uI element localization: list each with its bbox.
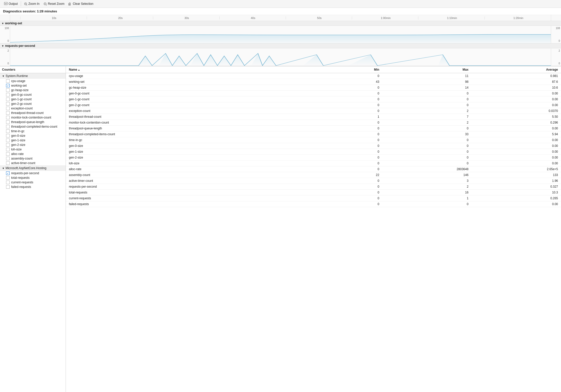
table-row[interactable]: gen-2-size 0 0 0.00 xyxy=(66,155,561,161)
table-row[interactable]: current-requests 0 1 0.265 xyxy=(66,195,561,201)
cell-max-20: 16 xyxy=(382,190,471,195)
col-name[interactable]: Name xyxy=(66,66,326,73)
output-label: Output xyxy=(9,2,18,6)
cell-name-19: requests-per-second xyxy=(66,184,326,190)
table-row[interactable]: gen-0-size 0 0 0.00 xyxy=(66,143,561,149)
table-row[interactable]: total-requests 0 16 10.3 xyxy=(66,190,561,195)
table-row[interactable]: gen-1-size 0 0 0.00 xyxy=(66,149,561,155)
table-row[interactable]: loh-size 0 0 0.00 xyxy=(66,161,561,166)
counter-checkbox-1-2[interactable] xyxy=(6,181,10,184)
counter-checkbox-0-3[interactable] xyxy=(6,93,10,96)
counter-checkbox-0-10[interactable] xyxy=(6,125,10,128)
cell-name-22: failed-requests xyxy=(66,201,326,207)
counter-item-0-3[interactable]: gen-0-gc-count xyxy=(0,92,66,97)
counter-item-0-17[interactable]: assembly-count xyxy=(0,156,66,161)
reset-zoom-button[interactable]: Reset Zoom xyxy=(42,1,66,7)
counter-label-1-3: failed-requests xyxy=(11,185,31,189)
counter-checkbox-0-0[interactable] xyxy=(6,79,10,83)
counter-item-1-2[interactable]: current-requests xyxy=(0,180,66,185)
counter-item-1-3[interactable]: failed-requests xyxy=(0,185,66,189)
counter-checkbox-1-0[interactable]: ✓ xyxy=(6,171,10,175)
counter-item-0-8[interactable]: monitor-lock-contention-count xyxy=(0,115,66,120)
counter-item-1-0[interactable]: ✓requests-per-second xyxy=(0,171,66,175)
col-min[interactable]: Min xyxy=(326,66,382,73)
group-header-1[interactable]: ▼Microsoft.AspNetCore.Hosting xyxy=(0,165,66,171)
counter-checkbox-0-2[interactable] xyxy=(6,88,10,92)
counter-item-0-10[interactable]: threadpool-completed-items-count xyxy=(0,124,66,129)
counter-checkbox-0-6[interactable] xyxy=(6,107,10,110)
counter-item-0-1[interactable]: ✓working-set xyxy=(0,83,66,88)
counter-checkbox-0-18[interactable] xyxy=(6,161,10,165)
counter-item-0-12[interactable]: gen-0-size xyxy=(0,133,66,138)
table-row[interactable]: exception-count 0 2 0.0370 xyxy=(66,108,561,114)
table-row[interactable]: assembly-count 22 146 133 xyxy=(66,172,561,178)
counter-checkbox-0-4[interactable] xyxy=(6,97,10,101)
table-row[interactable]: time-in-gc 0 0 0.00 xyxy=(66,137,561,143)
counter-item-1-1[interactable]: total-requests xyxy=(0,175,66,180)
data-table-wrap[interactable]: Name Min Max Average cpu-usage 0 11 0.98… xyxy=(66,66,561,392)
table-row[interactable]: gen-0-gc-count 0 0 0.00 xyxy=(66,91,561,96)
counter-item-0-15[interactable]: loh-size xyxy=(0,147,66,152)
counter-item-0-16[interactable]: alloc-rate xyxy=(0,152,66,156)
zoom-in-button[interactable]: Zoom In xyxy=(22,1,42,7)
counter-item-0-4[interactable]: gen-1-gc-count xyxy=(0,97,66,102)
table-row[interactable]: active-timer-count 0 3 1.96 xyxy=(66,178,561,184)
counter-label-0-4: gen-1-gc-count xyxy=(11,97,32,101)
table-row[interactable]: threadpool-completed-items-count 0 33 5.… xyxy=(66,131,561,137)
counter-checkbox-1-3[interactable] xyxy=(6,185,10,189)
counter-item-0-7[interactable]: threadpool-thread-count xyxy=(0,111,66,115)
counter-checkbox-0-16[interactable] xyxy=(6,152,10,156)
counter-item-0-14[interactable]: gen-2-size xyxy=(0,143,66,147)
col-avg[interactable]: Average xyxy=(472,66,561,73)
cell-max-16: 2803648 xyxy=(382,166,471,172)
counter-checkbox-0-17[interactable] xyxy=(6,157,10,160)
counter-checkbox-0-8[interactable] xyxy=(6,116,10,119)
counter-checkbox-0-14[interactable] xyxy=(6,143,10,147)
cell-avg-18: 1.96 xyxy=(472,178,561,184)
cell-name-1: working-set xyxy=(66,79,326,85)
clear-selection-button[interactable]: Clear Selection xyxy=(66,1,95,7)
counter-item-0-11[interactable]: time-in-gc xyxy=(0,129,66,133)
col-max[interactable]: Max xyxy=(382,66,471,73)
counter-checkbox-0-12[interactable] xyxy=(6,134,10,138)
cell-min-1: 43 xyxy=(326,79,382,85)
group-header-0[interactable]: ▼System.Runtime xyxy=(0,73,66,79)
counter-checkbox-0-11[interactable] xyxy=(6,129,10,133)
group-triangle-0: ▼ xyxy=(2,75,5,77)
working-set-chart: 108 0 108 0 xyxy=(0,26,561,44)
counter-checkbox-0-9[interactable] xyxy=(6,120,10,124)
counter-item-0-6[interactable]: exception-count xyxy=(0,106,66,111)
working-set-chart-body xyxy=(10,26,551,43)
counter-checkbox-0-5[interactable] xyxy=(6,102,10,106)
table-row[interactable]: requests-per-second 0 2 0.327 xyxy=(66,184,561,190)
counter-checkbox-0-1[interactable]: ✓ xyxy=(6,84,10,87)
table-row[interactable]: gen-1-gc-count 0 0 0.00 xyxy=(66,96,561,102)
counter-item-0-2[interactable]: gc-heap-size xyxy=(0,88,66,92)
table-row[interactable]: alloc-rate 0 2803648 2.65e+5 xyxy=(66,166,561,172)
cell-max-6: 2 xyxy=(382,108,471,114)
counter-item-0-13[interactable]: gen-1-size xyxy=(0,138,66,143)
output-button[interactable]: Output xyxy=(2,1,20,7)
table-row[interactable]: gen-2-gc-count 0 0 0.00 xyxy=(66,102,561,108)
cell-name-7: threadpool-thread-count xyxy=(66,114,326,120)
counter-checkbox-1-1[interactable] xyxy=(6,176,10,180)
reset-zoom-label: Reset Zoom xyxy=(48,2,64,6)
table-row[interactable]: threadpool-queue-length 0 0 0.00 xyxy=(66,126,561,131)
table-row[interactable]: threadpool-thread-count 1 7 5.50 xyxy=(66,114,561,120)
counter-checkbox-0-13[interactable] xyxy=(6,139,10,142)
counter-item-0-5[interactable]: gen-2-gc-count xyxy=(0,102,66,106)
counter-item-0-18[interactable]: active-timer-count xyxy=(0,161,66,165)
counter-checkbox-0-7[interactable] xyxy=(6,111,10,115)
data-table: Name Min Max Average cpu-usage 0 11 0.98… xyxy=(66,66,561,207)
counter-item-0-9[interactable]: threadpool-queue-length xyxy=(0,120,66,124)
table-row[interactable]: failed-requests 0 0 0.00 xyxy=(66,201,561,207)
counter-checkbox-0-15[interactable] xyxy=(6,148,10,151)
table-row[interactable]: monitor-lock-contention-count 0 2 0.296 xyxy=(66,120,561,126)
counter-item-0-0[interactable]: cpu-usage xyxy=(0,79,66,83)
cell-min-5: 0 xyxy=(326,102,382,108)
table-row[interactable]: cpu-usage 0 11 0.981 xyxy=(66,73,561,79)
cell-avg-2: 10.6 xyxy=(472,85,561,91)
counter-label-0-6: exception-count xyxy=(11,107,33,110)
table-row[interactable]: working-set 43 98 87.6 xyxy=(66,79,561,85)
table-row[interactable]: gc-heap-size 0 14 10.6 xyxy=(66,85,561,91)
